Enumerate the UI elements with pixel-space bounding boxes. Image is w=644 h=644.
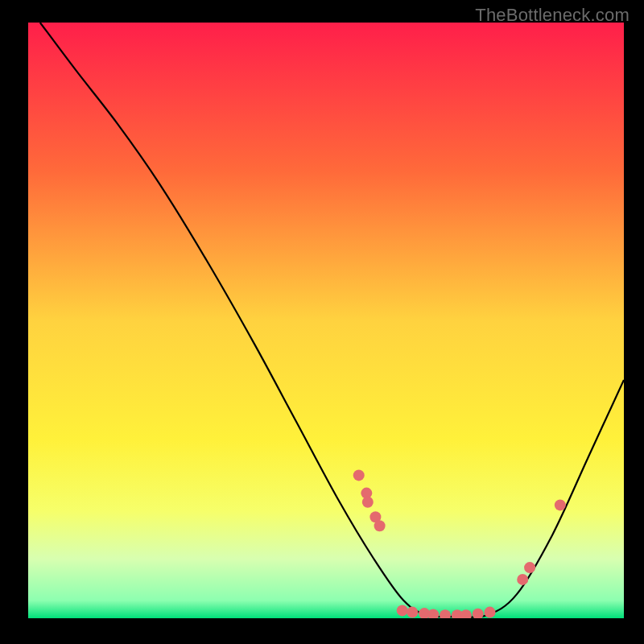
watermark-text: TheBottleneck.com xyxy=(475,5,630,26)
scatter-points-group xyxy=(353,469,566,618)
scatter-point xyxy=(353,469,365,481)
scatter-point xyxy=(362,497,374,508)
scatter-point xyxy=(397,605,408,616)
chart-plot xyxy=(28,23,624,618)
scatter-point xyxy=(427,609,439,618)
scatter-point xyxy=(460,609,472,618)
scatter-point xyxy=(374,520,386,531)
scatter-point xyxy=(440,609,451,618)
bottleneck-curve xyxy=(40,23,624,617)
scatter-point xyxy=(524,562,535,573)
scatter-point xyxy=(407,607,418,618)
scatter-point xyxy=(485,607,496,618)
chart-curve-layer xyxy=(28,23,624,618)
scatter-point xyxy=(517,574,528,585)
scatter-point xyxy=(555,499,566,510)
scatter-point xyxy=(473,609,484,618)
